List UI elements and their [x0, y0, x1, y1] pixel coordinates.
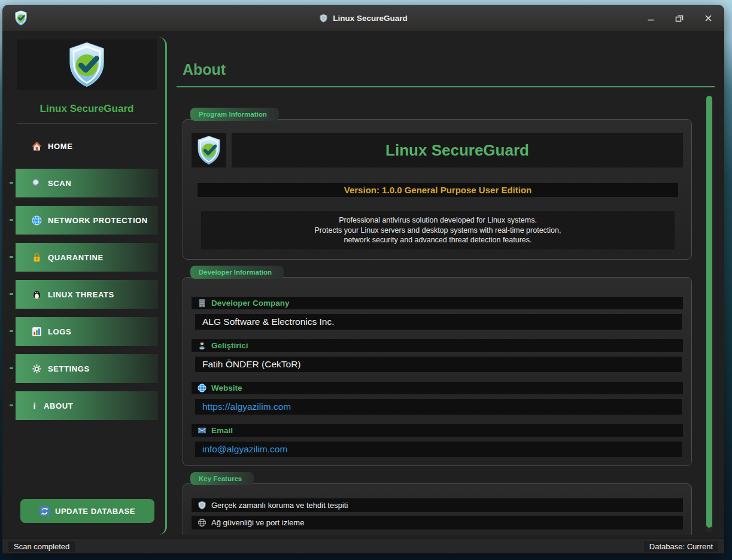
sidebar-item-label: ABOUT [44, 401, 158, 410]
website-link[interactable]: https://algyazilim.com [195, 399, 682, 415]
penguin-icon [32, 290, 42, 300]
search-icon [32, 178, 42, 188]
globe-icon [32, 215, 42, 226]
sidebar-item-label: LINUX THREATS [48, 290, 158, 299]
sidebar-item-label: HOME [48, 142, 158, 151]
email-link[interactable]: info@algyazilim.com [195, 442, 682, 457]
app-body: Linux SecureGuard HOME SCAN [2, 31, 724, 538]
scrollbar[interactable] [706, 96, 713, 532]
feature-text: Gerçek zamanlı koruma ve tehdit tespiti [211, 501, 348, 510]
main-content: About Program Information Linux SecureGu… [177, 37, 715, 535]
database-status: Database: Current [644, 541, 718, 552]
sidebar-item-linux-threats[interactable]: LINUX THREATS [16, 280, 158, 309]
developer-person-field: Geliştirici Fatih ÖNDER (CekToR) [192, 339, 683, 372]
sidebar: Linux SecureGuard HOME SCAN [11, 37, 167, 535]
program-logo-row: Linux SecureGuard [192, 133, 683, 168]
window-controls [645, 13, 713, 23]
field-label: Geliştirici [192, 339, 683, 352]
sidebar-item-label: SCAN [48, 179, 158, 188]
minimize-button[interactable] [645, 13, 656, 23]
program-information-group: Program Information Linux SecureGuard Ve… [183, 108, 692, 260]
sidebar-nav: HOME SCAN NETWORK PROTECTION [16, 132, 158, 428]
feature-text: Ağ güvenliği ve port izleme [211, 518, 304, 527]
developer-information-group: Developer Information [183, 266, 692, 466]
developer-information-tab: Developer Information [190, 266, 284, 279]
globe-outline-icon [198, 518, 206, 527]
field-label: Email [192, 424, 683, 437]
field-label-text: Developer Company [211, 299, 290, 308]
title-rule [177, 86, 715, 87]
gear-icon [32, 364, 42, 374]
email-field: Email info@algyazilim.com [192, 424, 683, 457]
status-bar: Scan completed Database: Current [2, 538, 724, 553]
sidebar-item-quarantine[interactable]: QUARANTINE [16, 243, 158, 272]
shield-icon [319, 14, 328, 23]
field-label-text: Email [211, 426, 233, 435]
scrollbar-thumb[interactable] [706, 96, 712, 528]
program-logo-icon [194, 135, 224, 165]
close-icon [704, 14, 712, 22]
close-button[interactable] [703, 13, 713, 23]
sidebar-logo-box [17, 39, 157, 90]
sidebar-item-logs[interactable]: LOGS [16, 317, 158, 346]
developer-information-box: Developer Company ALG Software & Electro… [183, 277, 692, 466]
sidebar-item-home[interactable]: HOME [16, 132, 158, 160]
field-label-text: Website [211, 384, 242, 392]
sidebar-item-network-protection[interactable]: NETWORK PROTECTION [16, 206, 158, 235]
key-features-box: Gerçek zamanlı koruma ve tehdit tespiti … [183, 483, 692, 535]
email-icon [198, 426, 206, 435]
sidebar-item-settings[interactable]: SETTINGS [16, 354, 158, 383]
program-title: Linux SecureGuard [232, 133, 683, 168]
developer-company-field: Developer Company ALG Software & Electro… [192, 297, 683, 330]
sidebar-app-name: Linux SecureGuard [16, 103, 158, 115]
sidebar-spacer [16, 428, 158, 499]
developer-person-value: Fatih ÖNDER (CekToR) [195, 357, 682, 372]
feature-realtime-protection: Gerçek zamanlı koruma ve tehdit tespiti [192, 498, 683, 512]
lock-icon [32, 252, 42, 263]
shield-icon [198, 501, 206, 510]
sidebar-item-label: LOGS [48, 327, 158, 336]
description-line: network security and advanced threat det… [201, 235, 675, 245]
maximize-icon [675, 14, 684, 22]
description-line: Protects your Linux servers and desktop … [201, 226, 675, 236]
title-bar: Linux SecureGuard [2, 5, 724, 31]
scroll-area: Program Information Linux SecureGuard Ve… [177, 89, 715, 535]
sidebar-logo-icon [63, 41, 110, 88]
key-features-group: Key Features Gerçek zamanlı koruma ve te… [183, 472, 692, 535]
minimize-icon [647, 14, 655, 22]
key-features-tab: Key Features [190, 472, 254, 485]
feature-network-security: Ağ güvenliği ve port izleme [192, 516, 683, 529]
app-logo-icon [13, 10, 29, 26]
sidebar-item-about[interactable]: i ABOUT [16, 391, 158, 420]
sidebar-item-label: NETWORK PROTECTION [48, 216, 158, 225]
program-logo-box [192, 133, 226, 168]
maximize-button[interactable] [674, 13, 685, 23]
globe-icon [198, 384, 206, 392]
program-information-tab: Program Information [190, 108, 279, 121]
sidebar-item-scan[interactable]: SCAN [16, 169, 158, 197]
field-label: Developer Company [192, 297, 683, 309]
program-version: Version: 1.0.0 General Purpose User Edit… [198, 183, 678, 197]
program-information-box: Linux SecureGuard Version: 1.0.0 General… [183, 119, 692, 260]
refresh-icon [40, 506, 50, 516]
developer-company-value: ALG Software & Electronics Inc. [195, 314, 682, 330]
chart-icon [32, 327, 42, 337]
sidebar-item-label: SETTINGS [48, 364, 158, 373]
status-message: Scan completed [8, 541, 75, 552]
update-database-label: UPDATE DATABASE [55, 507, 135, 516]
window-title-text: Linux SecureGuard [333, 14, 408, 23]
app-window: Linux SecureGuard Linux SecureGuard [2, 5, 724, 553]
update-database-button[interactable]: UPDATE DATABASE [20, 499, 154, 523]
info-icon: i [32, 401, 38, 411]
building-icon [198, 299, 206, 308]
program-description: Professional antivirus solution develope… [201, 211, 675, 249]
website-field: Website https://algyazilim.com [192, 382, 683, 415]
description-line: Professional antivirus solution develope… [201, 215, 675, 226]
developer-icon [198, 341, 206, 350]
window-title: Linux SecureGuard [2, 14, 724, 23]
sidebar-item-label: QUARANTINE [48, 253, 158, 262]
sidebar-divider [17, 123, 157, 124]
field-label: Website [192, 382, 683, 394]
page-title: About [183, 61, 715, 78]
home-icon [32, 141, 42, 151]
